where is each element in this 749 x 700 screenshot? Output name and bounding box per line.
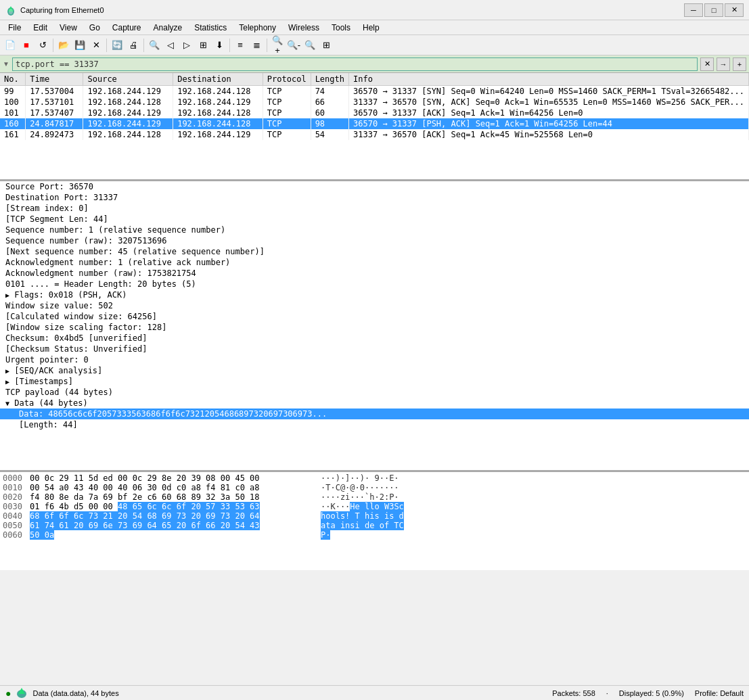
hex-bytes[interactable]: f4 80 8e da 7a 69 bf 2e c6 60 68 89 32 3… <box>30 492 321 502</box>
detail-line[interactable]: Data: 48656c6c6f2057333563686f6f6c732120… <box>0 409 749 419</box>
zoom-out-button[interactable]: 🔍- <box>286 38 301 53</box>
detail-line[interactable]: Window size value: 502 <box>0 300 749 311</box>
filter-dropdown-icon[interactable]: ▼ <box>3 60 9 68</box>
menu-item-statistics[interactable]: Statistics <box>189 22 232 34</box>
menu-item-capture[interactable]: Capture <box>107 22 147 34</box>
filter-save-button[interactable]: + <box>733 57 746 71</box>
minimize-button[interactable]: ─ <box>684 3 703 17</box>
packet-cell-no: 161 <box>0 129 26 140</box>
hex-bytes[interactable]: 50 0a <box>30 530 321 540</box>
restart-capture-button[interactable]: ↺ <box>35 38 50 53</box>
filter-input[interactable] <box>12 57 698 71</box>
detail-line[interactable]: ▶ [Timestamps] <box>0 376 749 387</box>
detail-line[interactable]: Checksum: 0x4bd5 [unverified] <box>0 333 749 344</box>
menu-item-go[interactable]: Go <box>84 22 106 34</box>
col-no[interactable]: No. <box>0 73 26 86</box>
menu-item-help[interactable]: Help <box>357 22 385 34</box>
filter-clear-button[interactable]: ✕ <box>700 57 714 71</box>
auto-scroll-button[interactable]: ≣ <box>249 38 264 53</box>
detail-line[interactable]: [TCP Segment Len: 44] <box>0 214 749 225</box>
detail-line[interactable]: ▶ Flags: 0x018 (PSH, ACK) <box>0 289 749 300</box>
hex-ascii: ·T·C@·@·0······· <box>321 483 746 492</box>
packet-cell-info: 31337 → 36570 [SYN, ACK] Seq=0 Ack=1 Win… <box>349 97 749 108</box>
packet-cell-dst: 192.168.244.128 <box>173 86 263 97</box>
menu-item-edit[interactable]: Edit <box>28 22 53 34</box>
detail-line[interactable]: TCP payload (44 bytes) <box>0 387 749 398</box>
detail-line[interactable]: [Window size scaling factor: 128] <box>0 322 749 333</box>
detail-line[interactable]: [Length: 44] <box>0 419 749 430</box>
detail-line[interactable]: Source Port: 36570 <box>0 181 749 192</box>
packet-cell-no: 100 <box>0 97 26 108</box>
toolbar-sep-5 <box>267 39 267 52</box>
col-info[interactable]: Info <box>349 73 749 86</box>
packet-row[interactable]: 10017.537101192.168.244.128192.168.244.1… <box>0 97 749 108</box>
reload-button[interactable]: 🔄 <box>110 38 124 53</box>
statusbar: ● Data (data.data), 44 bytes Packets: 55… <box>0 685 749 700</box>
filter-apply-button[interactable]: → <box>717 57 730 71</box>
packet-cell-time: 17.537407 <box>26 108 83 118</box>
menu-item-tools[interactable]: Tools <box>326 22 356 34</box>
statusbar-right: Packets: 558 · Displayed: 5 (0.9%) Profi… <box>552 689 744 697</box>
detail-line[interactable]: ▶ [SEQ/ACK analysis] <box>0 365 749 376</box>
packet-row[interactable]: 9917.537004192.168.244.129192.168.244.12… <box>0 86 749 97</box>
detail-line[interactable]: Sequence number: 1 (relative sequence nu… <box>0 225 749 235</box>
expand-arrow-icon[interactable]: ▶ <box>5 291 9 299</box>
detail-line[interactable]: Acknowledgment number (raw): 1753821754 <box>0 268 749 279</box>
prev-button[interactable]: ◁ <box>163 38 178 53</box>
menu-item-file[interactable]: File <box>3 22 26 34</box>
detail-line[interactable]: Acknowledgment number: 1 (relative ack n… <box>0 257 749 268</box>
colorize-button[interactable]: ≡ <box>233 38 248 53</box>
resize-columns-button[interactable]: ⊞ <box>319 38 334 53</box>
col-dst[interactable]: Destination <box>173 73 263 86</box>
col-time[interactable]: Time <box>26 73 83 86</box>
detail-line[interactable]: ▼ Data (44 bytes) <box>0 398 749 409</box>
hex-bytes[interactable]: 00 0c 29 11 5d ed 00 0c 29 8e 20 39 08 0… <box>30 473 321 483</box>
packet-cell-info: 36570 → 31337 [ACK] Seq=1 Ack=1 Win=6425… <box>349 108 749 118</box>
hex-bytes[interactable]: 61 74 61 20 69 6e 73 69 64 65 20 6f 66 2… <box>30 521 321 530</box>
packet-row[interactable]: 16124.892473192.168.244.128192.168.244.1… <box>0 129 749 140</box>
expand-arrow-icon[interactable]: ▼ <box>5 400 9 407</box>
col-src[interactable]: Source <box>83 73 173 86</box>
detail-line[interactable]: 0101 .... = Header Length: 20 bytes (5) <box>0 279 749 289</box>
print-button[interactable]: 🖨 <box>126 38 141 53</box>
new-capture-button[interactable]: 📄 <box>3 38 18 53</box>
menu-item-wireless[interactable]: Wireless <box>283 22 325 34</box>
menu-item-telephony[interactable]: Telephony <box>233 22 281 34</box>
detail-line[interactable]: [Next sequence number: 45 (relative sequ… <box>0 246 749 257</box>
hex-row: 0030 01 f6 4b d5 00 00 48 65 6c 6c 6f 20… <box>0 502 749 511</box>
detail-line[interactable]: [Stream index: 0] <box>0 203 749 214</box>
status-packets: Packets: 558 <box>552 689 595 697</box>
close-capture-button[interactable]: ✕ <box>89 38 104 53</box>
expand-arrow-icon[interactable]: ▶ <box>5 367 9 375</box>
detail-line[interactable]: [Calculated window size: 64256] <box>0 311 749 322</box>
open-button[interactable]: 📂 <box>56 38 71 53</box>
hex-bytes[interactable]: 01 f6 4b d5 00 00 48 65 6c 6c 6f 20 57 3… <box>30 502 321 511</box>
packet-cell-no: 99 <box>0 86 26 97</box>
menu-item-view[interactable]: View <box>54 22 83 34</box>
packet-cell-src: 192.168.244.129 <box>83 86 173 97</box>
find-button[interactable]: 🔍 <box>147 38 162 53</box>
next-button[interactable]: ▷ <box>179 38 194 53</box>
detail-line[interactable]: Urgent pointer: 0 <box>0 354 749 365</box>
packet-cell-proto: TCP <box>263 97 311 108</box>
zoom-in-button[interactable]: 🔍+ <box>270 38 285 53</box>
hex-bytes[interactable]: 68 6f 6f 6c 73 21 20 54 68 69 73 20 69 7… <box>30 511 321 521</box>
expand-arrow-icon[interactable]: ▶ <box>5 378 9 386</box>
save-button[interactable]: 💾 <box>72 38 87 53</box>
col-proto[interactable]: Protocol <box>263 73 311 86</box>
detail-line[interactable]: Sequence number (raw): 3207513696 <box>0 235 749 246</box>
go-to-button[interactable]: ⊞ <box>196 38 210 53</box>
menu-item-analyze[interactable]: Analyze <box>148 22 188 34</box>
scroll-end-button[interactable]: ⬇ <box>212 38 227 53</box>
close-button[interactable]: ✕ <box>725 3 744 17</box>
maximize-button[interactable]: □ <box>704 3 723 17</box>
col-len[interactable]: Length <box>311 73 348 86</box>
packet-cell-src: 192.168.244.129 <box>83 108 173 118</box>
stop-capture-button[interactable]: ■ <box>19 38 34 53</box>
detail-line[interactable]: Destination Port: 31337 <box>0 192 749 203</box>
zoom-reset-button[interactable]: 🔍 <box>302 38 317 53</box>
hex-bytes[interactable]: 00 54 a0 43 40 00 40 06 30 0d c0 a8 f4 8… <box>30 483 321 492</box>
packet-row[interactable]: 10117.537407192.168.244.129192.168.244.1… <box>0 108 749 118</box>
packet-row[interactable]: 16024.847817192.168.244.129192.168.244.1… <box>0 118 749 129</box>
detail-line[interactable]: [Checksum Status: Unverified] <box>0 344 749 354</box>
